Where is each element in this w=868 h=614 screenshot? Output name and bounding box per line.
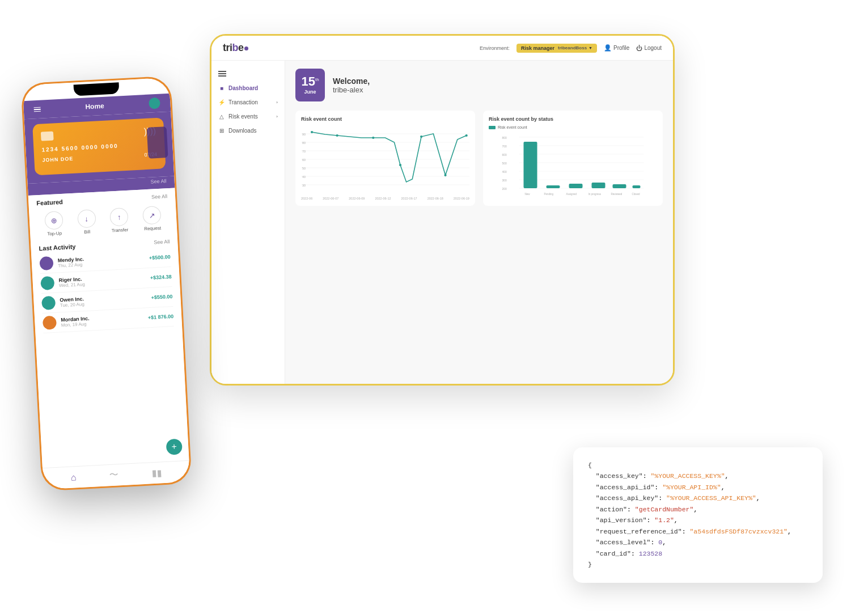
json-line: "request_reference_id": "a54sdfdsFSDf87c…	[588, 526, 808, 537]
json-line: "access_api_id": "%YOUR_API_ID%",	[588, 482, 808, 493]
topup-label: Top-Up	[47, 231, 62, 236]
profile-link[interactable]: 👤 Profile	[604, 44, 629, 52]
tablet-body: ■ Dashboard ⚡ Transaction › △ Risk event…	[211, 61, 673, 384]
svg-rect-38	[592, 183, 606, 188]
sidebar-label-dashboard: Dashboard	[228, 85, 258, 91]
phone-avatar	[149, 98, 160, 109]
bill-icon: ↓	[77, 209, 96, 228]
profile-label: Profile	[613, 45, 629, 51]
sidebar: ■ Dashboard ⚡ Transaction › △ Risk event…	[211, 61, 285, 384]
transfer-icon: ↑	[109, 208, 129, 227]
sidebar-item-transaction[interactable]: ⚡ Transaction ›	[211, 95, 285, 109]
sidebar-item-risk-events[interactable]: △ Risk events ›	[211, 109, 285, 124]
hamburger-button[interactable]	[211, 66, 285, 81]
json-line: "access_api_key": "%YOUR_ACCESS_API_KEY%…	[588, 493, 808, 504]
main-content: 15th June Welcome, tribe-alex Risk event…	[285, 61, 673, 384]
svg-text:800: 800	[502, 136, 507, 139]
avatar	[39, 256, 53, 270]
card-chip	[41, 132, 54, 141]
env-badge[interactable]: Risk manager tribeandBoss ▼	[516, 44, 597, 53]
scene: tribe Environment: Risk manager tribeand…	[0, 0, 868, 614]
transaction-icon: ⚡	[218, 99, 225, 105]
svg-text:Reviewed: Reviewed	[611, 193, 623, 196]
json-line: "access_level": 0,	[588, 537, 808, 548]
logout-link[interactable]: ⏻ Logout	[636, 45, 662, 52]
svg-point-16	[372, 137, 374, 139]
svg-text:700: 700	[502, 145, 507, 148]
svg-text:90: 90	[302, 133, 306, 136]
request-icon: ↗	[142, 206, 162, 225]
sidebar-item-downloads[interactable]: ⊞ Downloads	[211, 124, 285, 138]
chart2-area: 800 700 600 500 400 300 200	[489, 132, 657, 199]
svg-text:30: 30	[302, 184, 306, 187]
svg-rect-40	[633, 185, 641, 188]
card-number: 1234 5600 0000 0000	[41, 141, 156, 153]
chevron-right-icon-2: ›	[276, 114, 278, 119]
bill-label: Bill	[84, 229, 90, 235]
activity-amount: +$324.38	[150, 274, 172, 281]
phone-menu-icon	[34, 107, 41, 112]
tablet-header: tribe Environment: Risk manager tribeand…	[211, 36, 673, 61]
date-day: 15th	[301, 75, 319, 88]
phone-notch	[73, 82, 119, 96]
svg-rect-36	[547, 185, 560, 188]
env-name: Risk manager	[521, 45, 554, 51]
svg-rect-39	[613, 184, 626, 188]
phone-card-area: )))) 1234 5600 0000 0000 JOHN DOE 07/24	[24, 112, 175, 184]
tablet: tribe Environment: Risk manager tribeand…	[210, 34, 675, 386]
chart1-area: 90 80 70 60 50 40 30	[301, 125, 469, 200]
chevron-right-icon: ›	[276, 100, 278, 105]
svg-text:500: 500	[502, 162, 507, 165]
svg-text:Closed: Closed	[632, 193, 641, 196]
topup-button[interactable]: ⊕ Top-Up	[44, 211, 63, 237]
nav-activity-icon[interactable]: 〜	[109, 469, 119, 481]
see-all-button[interactable]: See All	[150, 178, 167, 184]
welcome-greeting: Welcome,	[333, 77, 370, 86]
bar-chart-svg: 800 700 600 500 400 300 200	[489, 132, 657, 197]
phone-header-title: Home	[85, 102, 104, 111]
add-fab-button[interactable]: +	[166, 438, 183, 455]
nav-bar-icon[interactable]: ▮▮	[151, 467, 162, 479]
request-button[interactable]: ↗ Request	[142, 206, 162, 232]
svg-text:60: 60	[302, 158, 306, 162]
featured-see-all[interactable]: See All	[151, 193, 168, 200]
chart1-title: Risk event count	[301, 116, 469, 122]
activity-info: Mordan Inc. Mon, 19 Aug	[61, 312, 148, 328]
svg-text:300: 300	[502, 179, 507, 182]
svg-point-17	[399, 164, 401, 166]
svg-point-20	[465, 134, 468, 137]
svg-point-19	[444, 174, 446, 176]
svg-text:In progress: In progress	[588, 193, 602, 196]
svg-text:Pending: Pending	[544, 193, 554, 196]
transfer-button[interactable]: ↑ Transfer	[109, 208, 129, 234]
nav-home-icon[interactable]: ⌂	[71, 472, 77, 482]
svg-text:70: 70	[302, 150, 306, 153]
bill-button[interactable]: ↓ Bill	[77, 209, 96, 235]
activity-info: Riger Inc. Wed, 21 Aug	[58, 272, 150, 287]
date-box: 15th June	[295, 69, 325, 101]
phone-inner: Home )))) 1234 5600 0000 0000 JOHN DOE 0…	[22, 78, 190, 490]
risk-icon: △	[218, 113, 225, 120]
logout-icon: ⏻	[636, 45, 642, 52]
json-code-card: { "access_key": "%YOUR_ACCESS_KEY%", "ac…	[573, 447, 823, 583]
purple-card-thumbnail	[147, 126, 168, 159]
activity-label: Last Activity	[39, 243, 76, 252]
svg-text:600: 600	[502, 153, 507, 156]
tablet-nav-right: Environment: Risk manager tribeandBoss ▼…	[480, 44, 662, 53]
json-line: "access_key": "%YOUR_ACCESS_KEY%",	[588, 471, 808, 482]
svg-point-18	[420, 135, 422, 138]
avatar	[43, 316, 57, 330]
credit-card: )))) 1234 5600 0000 0000 JOHN DOE 07/24	[32, 117, 166, 175]
activity-amount: +$1 876.00	[148, 314, 174, 320]
svg-text:50: 50	[302, 167, 306, 170]
activity-info: Mendy Inc. Thu, 22 Aug	[57, 253, 149, 268]
request-label: Request	[144, 226, 161, 232]
hamburger-icon	[218, 71, 278, 77]
chart-risk-event-status: Risk event count by status Risk event co…	[483, 111, 663, 206]
avatar	[40, 276, 54, 290]
json-line: {	[588, 460, 808, 471]
activity-see-all[interactable]: See All	[154, 239, 170, 245]
sidebar-item-dashboard[interactable]: ■ Dashboard	[211, 81, 285, 95]
activity-info: Owen Inc. Tue, 20 Aug	[60, 292, 151, 307]
legend-label: Risk event count	[498, 125, 527, 129]
